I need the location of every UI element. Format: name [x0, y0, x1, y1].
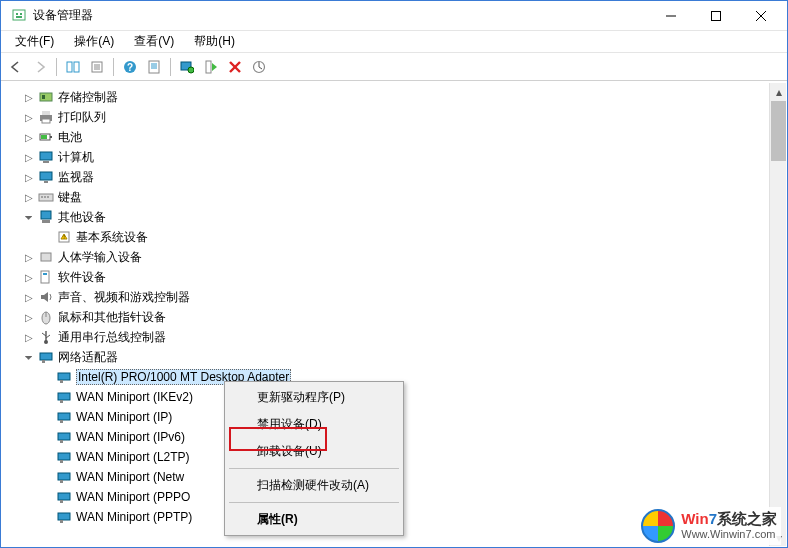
tree-node-computer[interactable]: ▷ 计算机 — [2, 147, 786, 167]
minimize-button[interactable] — [648, 2, 693, 30]
monitor-refresh-icon — [180, 60, 194, 74]
expander-icon[interactable]: ▷ — [22, 172, 36, 183]
props-sheet-button[interactable] — [143, 56, 165, 78]
expander-icon[interactable]: ▷ — [22, 112, 36, 123]
context-scan-hardware[interactable]: 扫描检测硬件改动(A) — [227, 472, 401, 499]
vertical-scrollbar[interactable]: ▴ ▾ — [769, 83, 786, 546]
tree-node-keyboards[interactable]: ▷ 键盘 — [2, 187, 786, 207]
scroll-down-icon[interactable]: ▾ — [770, 529, 786, 546]
toolbar-separator — [113, 58, 114, 76]
svg-rect-62 — [58, 413, 70, 420]
expander-icon[interactable]: ▷ — [22, 92, 36, 103]
svg-rect-37 — [44, 181, 48, 183]
menubar: 文件(F) 操作(A) 查看(V) 帮助(H) — [1, 31, 787, 53]
svg-rect-63 — [60, 420, 63, 423]
tree-label: WAN Miniport (PPTP) — [76, 510, 192, 524]
tree-node-basic-system-device[interactable]: ! 基本系统设备 — [2, 227, 786, 247]
nav-back-button[interactable] — [5, 56, 27, 78]
tree-node-other-devices[interactable]: ⏷ 其他设备 — [2, 207, 786, 227]
svg-rect-9 — [74, 62, 79, 72]
tree-label: 电池 — [58, 129, 82, 146]
tree-node-print-queues[interactable]: ▷ 打印队列 — [2, 107, 786, 127]
svg-rect-27 — [42, 95, 45, 99]
expander-icon[interactable]: ▷ — [22, 152, 36, 163]
context-disable-device[interactable]: 禁用设备(D) — [227, 411, 401, 438]
scroll-thumb[interactable] — [771, 101, 786, 161]
tree-label: 计算机 — [58, 149, 94, 166]
svg-rect-61 — [60, 400, 63, 403]
context-properties[interactable]: 属性(R) — [227, 506, 401, 533]
expander-icon[interactable]: ▷ — [22, 192, 36, 203]
expander-collapse-icon[interactable]: ⏷ — [22, 352, 36, 363]
enable-device-button[interactable] — [200, 56, 222, 78]
svg-rect-16 — [149, 61, 159, 73]
nic-icon — [56, 429, 72, 445]
tree-node-batteries[interactable]: ▷ 电池 — [2, 127, 786, 147]
svg-rect-60 — [58, 393, 70, 400]
tree-node-hid[interactable]: ▷ 人体学输入设备 — [2, 247, 786, 267]
expander-icon[interactable]: ▷ — [22, 292, 36, 303]
menu-file[interactable]: 文件(F) — [5, 31, 64, 52]
tree-label: 打印队列 — [58, 109, 106, 126]
tree-node-monitors[interactable]: ▷ 监视器 — [2, 167, 786, 187]
help-button[interactable]: ? — [119, 56, 141, 78]
uninstall-x-icon — [228, 60, 242, 74]
svg-rect-70 — [58, 493, 70, 500]
tree-node-sound-video-game[interactable]: ▷ 声音、视频和游戏控制器 — [2, 287, 786, 307]
scroll-up-icon[interactable]: ▴ — [770, 83, 786, 100]
monitor-icon — [38, 169, 54, 185]
tree-label: 监视器 — [58, 169, 94, 186]
svg-rect-66 — [58, 453, 70, 460]
window-titlebar: 设备管理器 — [1, 1, 787, 31]
maximize-button[interactable] — [693, 2, 738, 30]
tree-label: WAN Miniport (IKEv2) — [76, 390, 193, 404]
tree-node-storage-controllers[interactable]: ▷ 存储控制器 — [2, 87, 786, 107]
expander-icon[interactable]: ▷ — [22, 252, 36, 263]
panel-icon — [66, 60, 80, 74]
keyboard-icon — [38, 189, 54, 205]
expander-collapse-icon[interactable]: ⏷ — [22, 212, 36, 223]
close-icon — [756, 11, 766, 21]
svg-rect-34 — [40, 152, 52, 160]
properties-button[interactable] — [86, 56, 108, 78]
svg-rect-35 — [43, 161, 49, 163]
show-hide-tree-button[interactable] — [62, 56, 84, 78]
menu-view[interactable]: 查看(V) — [124, 31, 184, 52]
scan-hardware-button[interactable] — [248, 56, 270, 78]
tree-node-software-devices[interactable]: ▷ 软件设备 — [2, 267, 786, 287]
nic-icon — [56, 489, 72, 505]
tree-label: 通用串行总线控制器 — [58, 329, 166, 346]
tree-label: WAN Miniport (PPPO — [76, 490, 190, 504]
expander-icon[interactable]: ▷ — [22, 132, 36, 143]
tree-label: WAN Miniport (Netw — [76, 470, 184, 484]
nic-icon — [56, 409, 72, 425]
nic-icon — [56, 509, 72, 525]
close-button[interactable] — [738, 2, 783, 30]
other-icon — [38, 209, 54, 225]
menu-action[interactable]: 操作(A) — [64, 31, 124, 52]
svg-rect-68 — [58, 473, 70, 480]
context-uninstall-device[interactable]: 卸载设备(U) — [227, 438, 401, 465]
tree-node-network-adapters[interactable]: ⏷ 网络适配器 — [2, 347, 786, 367]
nic-icon — [56, 369, 72, 385]
svg-rect-65 — [60, 440, 63, 443]
expander-icon[interactable]: ▷ — [22, 312, 36, 323]
nav-forward-button[interactable] — [29, 56, 51, 78]
expander-icon[interactable]: ▷ — [22, 332, 36, 343]
tree-node-mice[interactable]: ▷ 鼠标和其他指针设备 — [2, 307, 786, 327]
svg-rect-72 — [58, 513, 70, 520]
update-driver-button[interactable] — [176, 56, 198, 78]
context-update-driver[interactable]: 更新驱动程序(P) — [227, 384, 401, 411]
tree-node-usb[interactable]: ▷ 通用串行总线控制器 — [2, 327, 786, 347]
menu-help[interactable]: 帮助(H) — [184, 31, 245, 52]
software-icon — [38, 269, 54, 285]
svg-rect-73 — [60, 520, 63, 523]
nic-icon — [56, 389, 72, 405]
svg-rect-2 — [20, 13, 22, 15]
sheet-icon — [147, 60, 161, 74]
context-separator — [229, 468, 399, 469]
uninstall-device-button[interactable] — [224, 56, 246, 78]
svg-rect-26 — [40, 93, 52, 101]
computer-icon — [38, 149, 54, 165]
expander-icon[interactable]: ▷ — [22, 272, 36, 283]
